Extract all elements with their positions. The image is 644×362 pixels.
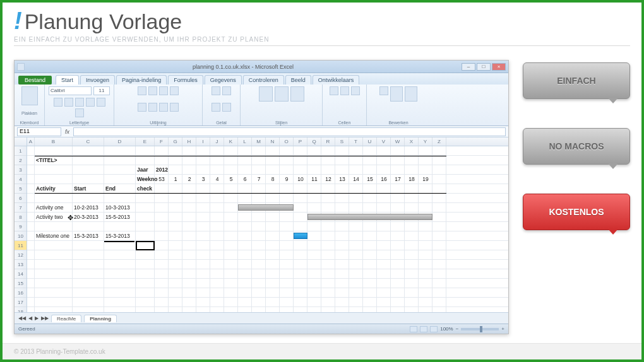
cellstyle-icon[interactable] bbox=[290, 86, 304, 102]
cell[interactable]: 10 bbox=[294, 175, 307, 184]
cell[interactable]: 15 bbox=[363, 175, 377, 184]
row-header[interactable]: 14 bbox=[15, 269, 27, 279]
col-header[interactable]: F bbox=[155, 137, 169, 146]
find-icon[interactable] bbox=[405, 86, 417, 102]
row-header[interactable]: 17 bbox=[15, 298, 27, 307]
row-header[interactable]: 16 bbox=[15, 288, 27, 298]
cell[interactable]: 15-3-2013 bbox=[73, 231, 100, 241]
sort-icon[interactable] bbox=[390, 86, 403, 102]
select-all-corner[interactable] bbox=[15, 137, 27, 146]
sheet-nav-last-icon[interactable]: ▶▶ bbox=[41, 315, 49, 321]
col-header[interactable]: T bbox=[349, 137, 363, 146]
row-header[interactable]: 8 bbox=[15, 213, 27, 222]
col-header[interactable]: M bbox=[252, 137, 266, 146]
view-normal-icon[interactable] bbox=[410, 326, 417, 332]
cell[interactable]: Start bbox=[73, 184, 87, 194]
row-header[interactable]: 9 bbox=[15, 222, 27, 231]
row-header[interactable]: 3 bbox=[15, 165, 27, 175]
font-select[interactable]: Calibri bbox=[49, 86, 92, 95]
cell[interactable]: 11 bbox=[307, 175, 321, 184]
numfmt-icon[interactable] bbox=[212, 86, 220, 95]
col-header[interactable]: H bbox=[182, 137, 196, 146]
cell[interactable]: 18 bbox=[405, 175, 419, 184]
row-header[interactable]: 12 bbox=[15, 250, 27, 260]
cell[interactable]: 4 bbox=[210, 175, 224, 184]
cell[interactable]: Activity one bbox=[35, 203, 64, 213]
col-header[interactable]: V bbox=[377, 137, 391, 146]
sheet-nav-next-icon[interactable]: ▶ bbox=[35, 315, 39, 321]
einfach-button[interactable]: EINFACH bbox=[523, 62, 630, 99]
col-header[interactable]: G bbox=[169, 137, 182, 146]
fx-icon[interactable]: fx bbox=[65, 129, 69, 135]
col-header[interactable]: K bbox=[224, 137, 238, 146]
col-header[interactable]: N bbox=[266, 137, 280, 146]
milestone-bar[interactable] bbox=[294, 233, 307, 239]
col-header[interactable]: U bbox=[363, 137, 377, 146]
view-break-icon[interactable] bbox=[430, 326, 438, 332]
cell[interactable]: End bbox=[104, 184, 117, 194]
col-header[interactable]: X bbox=[405, 137, 419, 146]
row-header[interactable]: 18 bbox=[15, 307, 27, 312]
cell[interactable]: 15-3-2013 bbox=[104, 231, 134, 242]
col-header[interactable]: A bbox=[27, 137, 35, 146]
minimize-button[interactable]: – bbox=[462, 63, 475, 71]
col-header[interactable]: B bbox=[35, 137, 73, 146]
sheet-tab-planning[interactable]: Planning bbox=[84, 315, 117, 322]
italic-icon[interactable] bbox=[64, 98, 73, 107]
tab-controleren[interactable]: Controleren bbox=[243, 75, 284, 85]
condfmt-icon[interactable] bbox=[259, 86, 273, 102]
format-icon[interactable] bbox=[351, 86, 360, 95]
cell[interactable]: 2 bbox=[182, 175, 196, 184]
cell[interactable]: 7 bbox=[252, 175, 266, 184]
file-tab[interactable]: Bestand bbox=[18, 76, 52, 85]
col-header[interactable]: R bbox=[321, 137, 335, 146]
cell[interactable]: 16 bbox=[377, 175, 391, 184]
tab-beeld[interactable]: Beeld bbox=[285, 75, 311, 85]
cell[interactable]: 1 bbox=[169, 175, 182, 184]
nomacros-button[interactable]: NO MACROS bbox=[523, 128, 630, 165]
cell[interactable]: check bbox=[136, 184, 153, 194]
col-header[interactable]: L bbox=[238, 137, 252, 146]
align-mid-icon[interactable] bbox=[148, 86, 157, 95]
comma-icon[interactable] bbox=[212, 103, 220, 112]
align-center-icon[interactable] bbox=[148, 103, 157, 112]
cell[interactable]: Activity bbox=[35, 184, 57, 194]
cell[interactable]: Jaar bbox=[136, 165, 150, 175]
row-header[interactable]: 13 bbox=[15, 260, 27, 269]
percent-icon[interactable] bbox=[222, 86, 231, 95]
merge-icon[interactable] bbox=[170, 103, 179, 112]
cell[interactable]: 15-5-2013 bbox=[104, 213, 131, 222]
col-header[interactable]: Z bbox=[432, 137, 446, 146]
col-header[interactable]: W bbox=[391, 137, 405, 146]
row-header[interactable]: 11 bbox=[15, 241, 27, 250]
row-header[interactable]: 6 bbox=[15, 194, 27, 203]
fmttable-icon[interactable] bbox=[275, 86, 289, 102]
close-button[interactable]: × bbox=[492, 63, 506, 71]
cell[interactable]: 17 bbox=[391, 175, 405, 184]
sheet-nav-first-icon[interactable]: ◀◀ bbox=[18, 315, 26, 321]
col-header[interactable]: E bbox=[136, 137, 155, 146]
delete-icon[interactable] bbox=[340, 86, 349, 95]
cell[interactable]: 10-2-2013 bbox=[73, 203, 100, 213]
cell[interactable]: 5 bbox=[224, 175, 238, 184]
col-header[interactable]: Q bbox=[307, 137, 321, 146]
sheet-tab-readme[interactable]: ReadMe bbox=[51, 315, 81, 322]
bold-icon[interactable] bbox=[54, 98, 63, 107]
paste-icon[interactable] bbox=[21, 86, 38, 105]
underline-icon[interactable] bbox=[75, 98, 84, 107]
active-cell[interactable] bbox=[136, 241, 155, 250]
tab-invoegen[interactable]: Invoegen bbox=[80, 75, 115, 85]
cell[interactable]: 13 bbox=[335, 175, 349, 184]
cell[interactable]: Activity two bbox=[35, 213, 64, 222]
align-right-icon[interactable] bbox=[159, 103, 168, 112]
tab-formules[interactable]: Formules bbox=[168, 75, 203, 85]
row-header[interactable]: 5 bbox=[15, 184, 27, 194]
gantt-bar[interactable] bbox=[238, 204, 294, 211]
qatool-icon[interactable] bbox=[17, 63, 25, 71]
formula-input[interactable] bbox=[73, 127, 506, 136]
row-header[interactable]: 2 bbox=[15, 156, 27, 165]
col-header[interactable]: I bbox=[196, 137, 210, 146]
row-header[interactable]: 4 bbox=[15, 175, 27, 184]
maximize-button[interactable]: □ bbox=[477, 63, 491, 71]
cell[interactable]: 14 bbox=[349, 175, 363, 184]
